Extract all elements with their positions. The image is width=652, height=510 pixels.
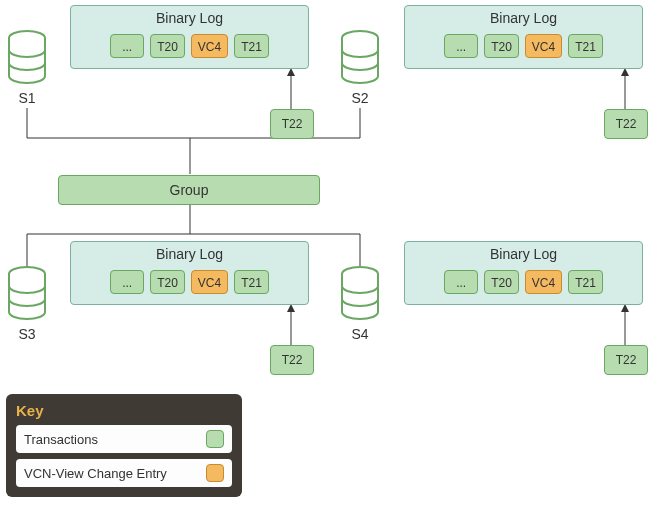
binlog-title: Binary Log — [71, 242, 308, 266]
binlog-entry-vc: VC4 — [191, 270, 228, 294]
svg-marker-11 — [621, 68, 629, 76]
server-label-s3: S3 — [7, 326, 47, 342]
svg-marker-13 — [287, 304, 295, 312]
binlog-entry-vc: VC4 — [525, 270, 562, 294]
server-label-s1: S1 — [7, 90, 47, 106]
key-row-label: Transactions — [24, 432, 98, 447]
server-label-s2: S2 — [340, 90, 380, 106]
binlog-entry: ... — [444, 270, 478, 294]
db-icon-s1 — [7, 30, 47, 88]
binlog-entry: ... — [444, 34, 478, 58]
key-title: Key — [16, 402, 232, 419]
binlog-entries: ... T20 VC4 T21 — [71, 30, 308, 68]
binlog-entry: T21 — [234, 270, 269, 294]
binlog-title: Binary Log — [71, 6, 308, 30]
pending-tx-s3: T22 — [270, 345, 314, 375]
binlog-panel-s3: Binary Log ... T20 VC4 T21 — [70, 241, 309, 305]
db-icon-s4 — [340, 266, 380, 324]
svg-marker-15 — [621, 304, 629, 312]
binlog-entry: ... — [110, 270, 144, 294]
swatch-vc-icon — [206, 464, 224, 482]
binlog-entries: ... T20 VC4 T21 — [405, 266, 642, 304]
binlog-entry: T20 — [484, 34, 519, 58]
binlog-title: Binary Log — [405, 6, 642, 30]
svg-marker-9 — [287, 68, 295, 76]
binlog-entry: T21 — [568, 34, 603, 58]
key-row-label: VCN-View Change Entry — [24, 466, 167, 481]
swatch-tx-icon — [206, 430, 224, 448]
binlog-entry: T21 — [568, 270, 603, 294]
binlog-entry: T21 — [234, 34, 269, 58]
binlog-entry-vc: VC4 — [525, 34, 562, 58]
binlog-title: Binary Log — [405, 242, 642, 266]
binlog-panel-s1: Binary Log ... T20 VC4 T21 — [70, 5, 309, 69]
key-row-vcn: VCN-View Change Entry — [16, 459, 232, 487]
binlog-entries: ... T20 VC4 T21 — [405, 30, 642, 68]
binlog-entry-vc: VC4 — [191, 34, 228, 58]
binlog-entry: T20 — [150, 270, 185, 294]
binlog-entry: T20 — [150, 34, 185, 58]
key-panel: Key Transactions VCN-View Change Entry — [6, 394, 242, 497]
binlog-panel-s2: Binary Log ... T20 VC4 T21 — [404, 5, 643, 69]
binlog-entry: ... — [110, 34, 144, 58]
binlog-entries: ... T20 VC4 T21 — [71, 266, 308, 304]
pending-tx-s1: T22 — [270, 109, 314, 139]
pending-tx-s4: T22 — [604, 345, 648, 375]
db-icon-s2 — [340, 30, 380, 88]
binlog-entry: T20 — [484, 270, 519, 294]
binlog-panel-s4: Binary Log ... T20 VC4 T21 — [404, 241, 643, 305]
key-row-transactions: Transactions — [16, 425, 232, 453]
group-box: Group — [58, 175, 320, 205]
server-label-s4: S4 — [340, 326, 380, 342]
pending-tx-s2: T22 — [604, 109, 648, 139]
db-icon-s3 — [7, 266, 47, 324]
